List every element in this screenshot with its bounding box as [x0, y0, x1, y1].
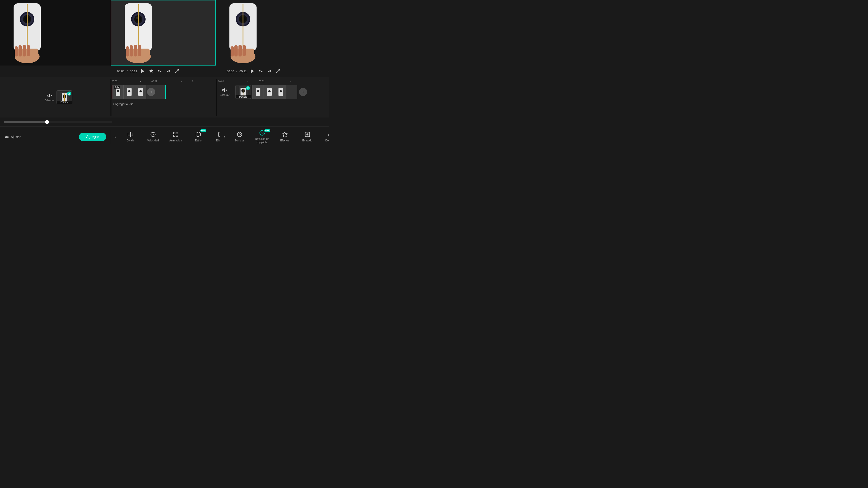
- svg-rect-10: [23, 45, 26, 57]
- center-duration-display: 00:11: [130, 70, 137, 73]
- toolbar-left-section: Ajustar Agregar: [0, 133, 111, 141]
- animacion-label: Animación: [169, 139, 182, 142]
- right-clip-thumb-2: [264, 85, 275, 99]
- toolbar-item-revision[interactable]: New Revisión de copyright: [251, 128, 274, 146]
- toolbar-nav-right-button[interactable]: [220, 127, 228, 147]
- right-track-row: Silenciar Portada: [216, 84, 329, 100]
- center-playhead: [111, 78, 111, 116]
- toolbar-item-efectos[interactable]: Efectos: [274, 128, 296, 146]
- slider-progress-fill: [4, 122, 47, 123]
- adjust-label: Ajustar: [11, 135, 21, 139]
- efectos-icon: [282, 131, 288, 138]
- svg-rect-73: [176, 135, 178, 137]
- portada-left-clip[interactable]: Portada: [57, 90, 72, 104]
- toolbar-item-sonidos[interactable]: Sonidos: [228, 128, 251, 146]
- controls-right: 00:00 / 00:11: [225, 68, 326, 74]
- portada-right-clip[interactable]: Portada: [235, 85, 251, 99]
- sonidos-label: Sonidos: [235, 139, 244, 142]
- sonidos-icon: [237, 131, 243, 138]
- svg-point-17: [136, 17, 138, 19]
- add-main-button[interactable]: Agregar: [79, 133, 106, 141]
- center-undo-button[interactable]: [157, 68, 163, 74]
- doblaje-icon: [327, 131, 329, 138]
- revision-label: Revisión de copyright: [251, 137, 274, 144]
- extraido-icon: [304, 131, 311, 138]
- toolbar-item-animacion[interactable]: Animación: [164, 128, 187, 146]
- svg-rect-30: [243, 4, 243, 50]
- center-preview-bg: [111, 0, 215, 65]
- right-duration-display: 00:11: [239, 70, 247, 73]
- silenciar-left-button[interactable]: Silenciar: [43, 93, 57, 102]
- right-ruler-mark-2: 00:02: [259, 80, 265, 83]
- right-preview-bg: [216, 0, 329, 66]
- add-audio-button[interactable]: + Agregar audio: [113, 102, 133, 106]
- toolbar-item-eliminar[interactable]: Eliminar: [210, 128, 220, 146]
- right-play-button[interactable]: [249, 68, 255, 74]
- center-phone-illustration: [118, 1, 168, 64]
- mute-left-icon: [47, 93, 52, 98]
- right-ruler: 00:00 • 00:02 •: [216, 78, 329, 84]
- portada-left-label: Portada: [57, 101, 72, 104]
- center-magic-button[interactable]: [148, 68, 154, 74]
- center-fullscreen-button[interactable]: [174, 68, 180, 74]
- right-add-clip-button[interactable]: +: [299, 88, 307, 96]
- right-clip-thumb-3: [275, 85, 286, 99]
- toolbar-item-dividir[interactable]: Dividir: [119, 128, 142, 146]
- right-undo-button[interactable]: [258, 68, 264, 74]
- svg-marker-81: [282, 132, 287, 137]
- center-redo-button[interactable]: [165, 68, 172, 74]
- ruler-dot-1: •: [140, 80, 141, 83]
- audio-row: + Agregar audio: [111, 100, 216, 108]
- toolbar-item-extraido[interactable]: Extraído: [296, 128, 319, 146]
- svg-rect-58: [243, 88, 243, 96]
- estilo-label: Estilo: [195, 139, 202, 142]
- svg-rect-24: [138, 45, 141, 56]
- ruler-mark-4: 0: [192, 80, 193, 83]
- svg-rect-71: [176, 132, 178, 134]
- svg-rect-18: [138, 4, 139, 50]
- right-ruler-dot-1: •: [248, 80, 248, 83]
- animacion-icon: [173, 131, 179, 138]
- right-time-display: 00:00: [227, 70, 234, 73]
- revision-new-badge: New: [264, 129, 270, 132]
- controls-bar: 00:00 / 00:11 00:00 / 00:11: [0, 66, 329, 77]
- clip-duration-badge: 8.8s: [114, 86, 120, 89]
- timeline-center-panel: 00:00 • 00:02 • 0 8.8s: [111, 78, 216, 116]
- right-time-separator: /: [237, 70, 237, 73]
- right-phone-illustration: [223, 1, 272, 64]
- velocidad-label: Velocidad: [147, 139, 159, 142]
- right-video-strip[interactable]: [252, 85, 297, 99]
- toolbar-nav-left-button[interactable]: [111, 127, 119, 147]
- svg-marker-51: [223, 89, 224, 92]
- svg-rect-72: [174, 135, 175, 137]
- add-audio-label: + Agregar audio: [113, 102, 133, 106]
- right-redo-button[interactable]: [266, 68, 273, 74]
- center-track-row: 8.8s +: [111, 84, 216, 100]
- progress-slider[interactable]: [4, 122, 112, 123]
- silenciar-right-label: Silenciar: [220, 94, 229, 96]
- svg-rect-9: [19, 45, 22, 57]
- efectos-label: Efectos: [280, 139, 289, 142]
- toolbar-item-estilo[interactable]: New Estilo: [187, 128, 210, 146]
- svg-rect-35: [239, 45, 242, 57]
- clip-add-button[interactable]: +: [147, 88, 155, 96]
- center-time-separator: /: [127, 70, 128, 73]
- eliminar-icon: [218, 131, 220, 138]
- svg-rect-5: [27, 4, 28, 50]
- video-clip[interactable]: 8.8s +: [112, 85, 166, 99]
- svg-rect-11: [27, 45, 30, 56]
- center-play-button[interactable]: [140, 68, 146, 74]
- velocidad-icon: [150, 131, 156, 138]
- slider-thumb[interactable]: [45, 120, 49, 124]
- toolbar-item-doblaje[interactable]: Doblaje: [319, 128, 329, 146]
- silenciar-left-label: Silenciar: [45, 99, 55, 102]
- svg-rect-23: [134, 45, 137, 57]
- svg-rect-21: [126, 46, 129, 57]
- extraido-label: Extraído: [302, 139, 312, 142]
- right-playhead: [216, 78, 216, 116]
- svg-point-79: [237, 132, 242, 137]
- right-fullscreen-button[interactable]: [275, 68, 281, 74]
- adjust-button[interactable]: Ajustar: [4, 135, 21, 139]
- toolbar-item-velocidad[interactable]: Velocidad: [142, 128, 164, 146]
- silenciar-right-button[interactable]: Silenciar: [217, 88, 232, 96]
